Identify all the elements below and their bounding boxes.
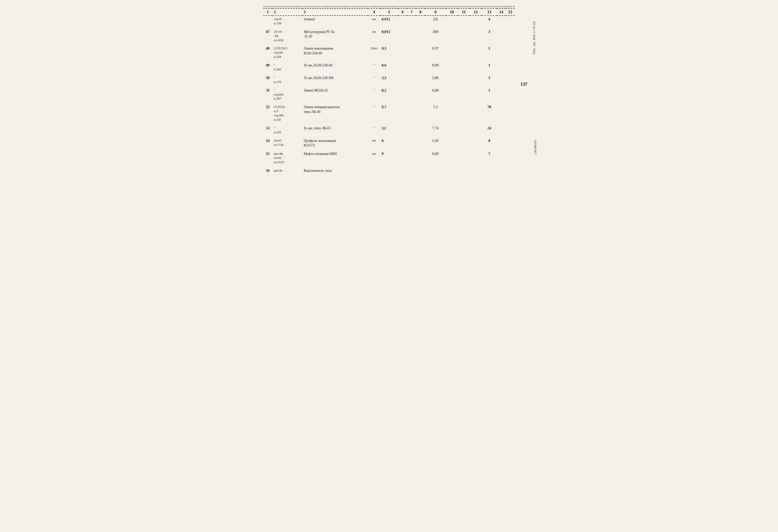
cell-col13: 7 [482, 150, 496, 166]
cell-col2: доп.9к24-05п.I-I237 [272, 150, 302, 166]
cell-col15 [506, 16, 515, 27]
cell-col6 [398, 74, 407, 85]
cell-col2: 24-16--49п.I-050 [272, 28, 302, 44]
cell-col11 [458, 125, 470, 136]
col-header-6: 6 [398, 9, 407, 16]
cell-col3: Выключатель типа [302, 167, 368, 174]
cell-col11 [458, 150, 470, 166]
cell-col4: 10шт [368, 45, 380, 60]
table-row: 5424-05п.I-726Профиль монтажныйК22572шт6… [263, 137, 515, 149]
cell-col6 [398, 167, 407, 174]
cell-col9: 0,99 [425, 62, 446, 73]
table-row: 49″п.265То же, Б220-230-60″0,60,99I [263, 62, 515, 73]
cell-col1: 48 [263, 45, 272, 60]
cell-col6 [398, 45, 407, 60]
col-header-8: 8 [416, 9, 425, 16]
cell-col8 [416, 137, 425, 149]
cell-col1 [263, 16, 272, 27]
cell-col5 [380, 167, 398, 174]
cell-col9: 7,2 [425, 104, 446, 123]
cell-col4: ″ [368, 125, 380, 136]
cell-col5: 9,7 [380, 104, 398, 123]
cell-col10 [446, 28, 458, 44]
cell-col10 [446, 137, 458, 149]
cell-col13: 4 [482, 16, 496, 27]
cell-col12 [470, 125, 482, 136]
top-dashed-line-1 [263, 6, 515, 7]
cell-col6 [398, 125, 407, 136]
cell-col4: ″ [368, 87, 380, 102]
cell-col2: доп.Iк [272, 167, 302, 174]
cell-col2: 24-05п.I-726 [272, 137, 302, 149]
cell-col3: Муфта натяжная К805 [302, 150, 368, 166]
cell-col5: 0,6 [380, 62, 398, 73]
cell-col1: 5I [263, 87, 272, 102]
cell-col15 [506, 137, 515, 149]
cell-col10 [446, 87, 458, 102]
col-header-13: 13 [482, 9, 496, 16]
cell-col8 [416, 104, 425, 123]
cell-col13: 8 [482, 137, 496, 149]
table-row: 4724-16--49п.I-050Металлорукав РГ-Ц--Х-2… [263, 28, 515, 44]
cell-col12 [470, 137, 482, 149]
cell-col13: 70 [482, 104, 496, 123]
cell-col7 [407, 87, 416, 102]
cell-col1: 49 [263, 62, 272, 73]
cell-col5: 3,I [380, 125, 398, 136]
table-row: 55доп.9к24-05п.I-I237Муфта натяжная К805… [263, 150, 515, 166]
col-header-1: 1 [263, 9, 272, 16]
cell-col6 [398, 104, 407, 123]
cell-col6 [398, 16, 407, 27]
cell-col14 [497, 16, 506, 27]
table-body: стр.I5п.1393х4мм2км0,01525I44724-16--49п… [263, 16, 515, 174]
cell-col3: То же, Б220-230-60 [302, 62, 368, 73]
page-number: 137 [521, 82, 527, 87]
cell-col8 [416, 167, 425, 174]
cell-col8 [416, 87, 425, 102]
cell-col1: 52 [263, 104, 272, 123]
cell-col7 [407, 104, 416, 123]
cell-col9 [425, 167, 446, 174]
cell-col7 [407, 137, 416, 149]
cell-col1: 56 [263, 167, 272, 174]
cell-col14 [497, 62, 506, 73]
cell-col11 [458, 16, 470, 27]
cell-col14 [497, 125, 506, 136]
cell-col14 [497, 150, 506, 166]
cell-col13: I [482, 87, 496, 102]
cell-col8 [416, 125, 425, 136]
cell-col9: 25I [425, 16, 446, 27]
cell-col5: 0,3 [380, 45, 398, 60]
cell-col10 [446, 150, 458, 166]
col-header-10: 10 [446, 9, 458, 16]
cell-col15 [506, 167, 515, 174]
table-row: 48ССРСЦ-5стр.I9Iп.258Лампа накаливанияБ2… [263, 45, 515, 60]
cell-col13: 3 [482, 74, 496, 85]
cell-col3: 3х4мм2 [302, 16, 368, 27]
cell-col3: То же, типа ЛБ-65 [302, 125, 368, 136]
col-header-5: 5 [380, 9, 398, 16]
cell-col7 [407, 150, 416, 166]
cell-col10 [446, 125, 458, 136]
cell-col5: 6 [380, 137, 398, 149]
table-row: стр.I5п.1393х4мм2км0,01525I4 [263, 16, 515, 27]
cell-col2: ″п.276 [272, 74, 302, 85]
cell-col1: 54 [263, 137, 272, 149]
cell-col8 [416, 28, 425, 44]
cell-col2: ″п.232 [272, 125, 302, 136]
cell-col10 [446, 16, 458, 27]
cell-col14 [497, 74, 506, 85]
cell-col7 [407, 125, 416, 136]
cell-col10 [446, 167, 458, 174]
cell-col9: 0,88 [425, 87, 446, 102]
col-header-7: 7 [407, 9, 416, 16]
cell-col10 [446, 62, 458, 73]
cell-col11 [458, 62, 470, 73]
cell-col10 [446, 45, 458, 60]
cell-col12 [470, 87, 482, 102]
cell-col2: ССРСЦ-5стр.I9Iп.258 [272, 45, 302, 60]
cell-col14 [497, 45, 506, 60]
cell-col9: 200 [425, 28, 446, 44]
cell-col12 [470, 74, 482, 85]
cell-col12 [470, 28, 482, 44]
